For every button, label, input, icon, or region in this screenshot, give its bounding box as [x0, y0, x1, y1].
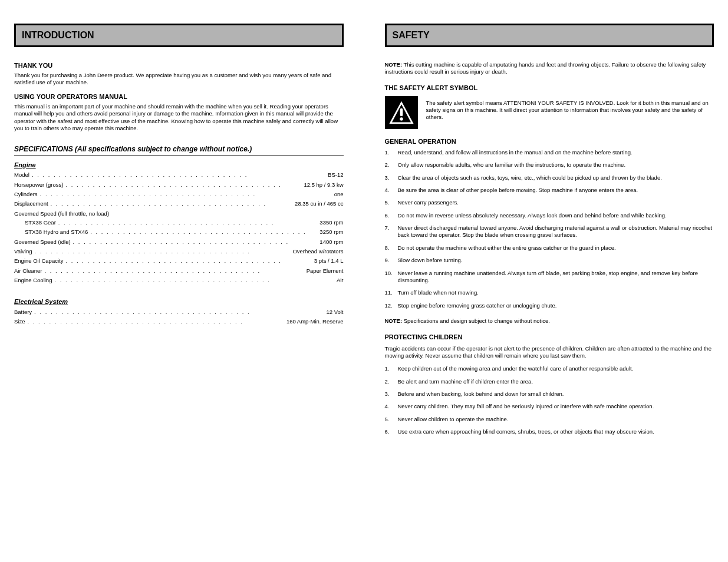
spec-val: 12 Volt	[326, 309, 343, 316]
protecting-children-title: PROTECTING CHILDREN	[385, 333, 714, 341]
spec-dots: . . . . . . . . . . . . . . . . . . . . …	[40, 191, 332, 199]
spec-row: STX38 Hydro and STX46. . . . . . . . . .…	[14, 229, 344, 236]
spec-row: Displacement. . . . . . . . . . . . . . …	[14, 200, 344, 208]
spec-val: Overhead w/rotators	[292, 248, 343, 256]
list-number: 6.	[385, 212, 398, 219]
list-item: 12.Stop engine before removing grass cat…	[385, 302, 714, 309]
spec-val: 160 Amp-Min. Reserve	[286, 318, 344, 326]
spec-heading: SPECIFICATIONS (All specifications subje…	[14, 145, 344, 156]
list-item: 4.Be sure the area is clear of other peo…	[385, 187, 714, 194]
spec-key: Horsepower (gross)	[14, 181, 63, 189]
left-column: INTRODUCTION THANK YOU Thank you for pur…	[14, 24, 344, 444]
spec-row: Battery. . . . . . . . . . . . . . . . .…	[14, 309, 344, 316]
using-body: This manual is an important part of your…	[14, 103, 344, 132]
spec-row: Air Cleaner. . . . . . . . . . . . . . .…	[14, 267, 344, 275]
list-number: 5.	[385, 199, 398, 206]
list-text: Never direct discharged material toward …	[398, 224, 714, 239]
spec-dots: . . . . . . . . . . . . . . . . . . . . …	[54, 277, 334, 285]
thankyou-title: THANK YOU	[14, 61, 344, 70]
using-manual-section: USING YOUR OPERATORS MANUAL This manual …	[14, 92, 344, 133]
spec-val: 3350 rpm	[319, 219, 343, 227]
spec-val: 3250 rpm	[319, 229, 343, 236]
safety-symbol-row: The safety alert symbol means ATTENTION!…	[385, 96, 714, 129]
spec-row: Valving. . . . . . . . . . . . . . . . .…	[14, 248, 344, 256]
spec-row: Cylinders. . . . . . . . . . . . . . . .…	[14, 191, 344, 199]
list-number: 2.	[385, 161, 398, 168]
engine-heading: Engine	[14, 161, 344, 169]
list-number: 6.	[385, 428, 398, 435]
spec-row: Governed Speed (idle). . . . . . . . . .…	[14, 239, 344, 246]
list-item: 10.Never leave a running machine unatten…	[385, 270, 714, 285]
spec-row: Engine Cooling. . . . . . . . . . . . . …	[14, 277, 344, 285]
list-item: 6.Do not mow in reverse unless absolutel…	[385, 212, 714, 219]
protecting-children-list: 1.Keep children out of the mowing area a…	[385, 365, 714, 435]
list-text: Never allow children to operate the mach…	[398, 416, 714, 423]
list-text: Do not mow in reverse unless absolutely …	[398, 212, 714, 219]
note-label: NOTE:	[385, 61, 403, 68]
list-text: Use extra care when approaching blind co…	[398, 428, 714, 435]
list-number: 1.	[385, 365, 398, 372]
list-item: 1.Read, understand, and follow all instr…	[385, 149, 714, 156]
list-number: 3.	[385, 174, 398, 181]
spec-val: 1400 rpm	[319, 239, 343, 246]
spec-dots: . . . . . . . . . . . . . . . . . . . . …	[34, 309, 324, 316]
introduction-header: INTRODUCTION	[14, 24, 344, 47]
list-text: Never carry passengers.	[398, 199, 714, 206]
thankyou-section: THANK YOU Thank you for purchasing a Joh…	[14, 61, 344, 87]
note-body: Specifications and design subject to cha…	[404, 318, 550, 324]
spec-key: Air Cleaner	[14, 267, 42, 275]
spec-val: BS-12	[328, 171, 343, 179]
spec-dots: . . . . . . . . . . . . . . . . . . . . …	[27, 318, 284, 326]
list-number: 1.	[385, 149, 398, 156]
list-item: 6.Use extra care when approaching blind …	[385, 428, 714, 435]
spec-key: Engine Cooling	[14, 277, 52, 285]
spec-val: 3 pts / 1.4 L	[314, 257, 344, 265]
safety-header: SAFETY	[385, 24, 714, 47]
list-item: 3.Before and when backing, look behind a…	[385, 391, 714, 398]
spec-val: 28.35 cu in / 465 cc	[295, 200, 343, 208]
svg-rect-2	[400, 108, 403, 116]
spec-key: Model	[14, 171, 29, 179]
spec-dots: . . . . . . . . . . . . . . . . . . . . …	[34, 248, 290, 256]
list-text: Read, understand, and follow all instruc…	[398, 149, 714, 156]
list-text: Keep children out of the mowing area and…	[398, 365, 714, 372]
svg-point-3	[400, 117, 403, 121]
list-item: 1.Keep children out of the mowing area a…	[385, 365, 714, 372]
spec-row-model: Model . . . . . . . . . . . . . . . . . …	[14, 171, 344, 179]
note-body: This cutting machine is capable of amput…	[385, 61, 706, 75]
spec-row: Engine Oil Capacity. . . . . . . . . . .…	[14, 257, 344, 265]
spec-key: Cylinders	[14, 191, 38, 199]
list-text: Never carry children. They may fall off …	[398, 403, 714, 410]
list-number: 4.	[385, 403, 398, 410]
spec-key: Valving	[14, 248, 32, 256]
list-item: 7.Never direct discharged material towar…	[385, 224, 714, 239]
list-text: Be sure the area is clear of other peopl…	[398, 187, 714, 194]
list-item: 4.Never carry children. They may fall of…	[385, 403, 714, 410]
specifications-section: SPECIFICATIONS (All specifications subje…	[14, 145, 344, 326]
list-number: 7.	[385, 224, 398, 239]
general-operation-title: GENERAL OPERATION	[385, 137, 714, 146]
spec-dots: . . . . . . . . . . . . . . . . . . . . …	[58, 219, 318, 227]
list-item: 8.Do not operate the machine without eit…	[385, 244, 714, 252]
safety-note-2: NOTE: Specifications and design subject …	[385, 318, 714, 325]
spec-dots: . . . . . . . . . . . . . . . . . . . . …	[51, 200, 293, 208]
spec-dots: . . . . . . . . . . . . . . . . . . . . …	[90, 229, 317, 236]
spec-dots: . . . . . . . . . . . . . . . . . . . . …	[45, 267, 304, 275]
spec-row: STX38 Gear. . . . . . . . . . . . . . . …	[14, 219, 344, 227]
list-text: Stop engine before removing grass catche…	[398, 302, 714, 309]
spec-val: one	[334, 191, 344, 199]
spec-key: STX38 Hydro and STX46	[25, 229, 88, 236]
list-text: Be alert and turn machine off if childre…	[398, 378, 714, 385]
list-text: Clear the area of objects such as rocks,…	[398, 174, 714, 181]
using-title: USING YOUR OPERATORS MANUAL	[14, 92, 344, 101]
list-item: 5.Never allow children to operate the ma…	[385, 416, 714, 423]
spec-row: Governed Speed (full throttle, no load)	[14, 210, 344, 217]
right-column: SAFETY NOTE: This cutting machine is cap…	[385, 24, 714, 444]
spec-val: 12.5 hp / 9.3 kw	[304, 181, 343, 189]
spec-key: Governed Speed (idle)	[14, 239, 71, 246]
list-item: 3.Clear the area of objects such as rock…	[385, 174, 714, 181]
list-number: 12.	[385, 302, 398, 309]
list-text: Never leave a running machine unattended…	[398, 270, 714, 285]
list-number: 9.	[385, 257, 398, 264]
spec-val: Paper Element	[307, 267, 344, 275]
